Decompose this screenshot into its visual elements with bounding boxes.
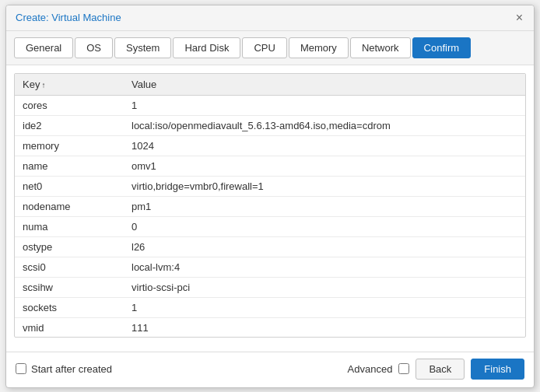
tab-memory[interactable]: Memory xyxy=(289,37,349,58)
close-button[interactable]: × xyxy=(514,12,524,24)
table-row: memory1024 xyxy=(15,135,525,156)
footer-right-actions: Advanced Back Finish xyxy=(348,359,524,380)
table-row: cores1 xyxy=(15,95,525,115)
confirm-table: Key↑ Value cores1ide2local:iso/openmedia… xyxy=(15,74,525,338)
cell-key: ostype xyxy=(15,236,124,257)
table-row: ide2local:iso/openmediavault_5.6.13-amd6… xyxy=(15,115,525,135)
table-row: scsi0local-lvm:4 xyxy=(15,257,525,277)
cell-value: virtio-scsi-pci xyxy=(124,277,525,297)
cell-value: local:iso/openmediavault_5.6.13-amd64.is… xyxy=(124,115,525,135)
cell-key: ide2 xyxy=(15,115,124,135)
start-after-container: Start after created xyxy=(16,363,112,375)
tab-content: Key↑ Value cores1ide2local:iso/openmedia… xyxy=(6,65,534,345)
cell-key: scsihw xyxy=(15,277,124,297)
confirm-table-container: Key↑ Value cores1ide2local:iso/openmedia… xyxy=(14,73,526,338)
advanced-label: Advanced xyxy=(348,363,393,375)
cell-value: pm1 xyxy=(124,196,525,216)
cell-value: local-lvm:4 xyxy=(124,257,525,277)
dialog-title: Create: Virtual Machine xyxy=(16,12,121,23)
table-row: numa0 xyxy=(15,216,525,236)
cell-value: 111 xyxy=(124,317,525,338)
dialog-footer: Start after created Advanced Back Finish xyxy=(6,352,534,387)
cell-key: memory xyxy=(15,135,124,156)
tab-system[interactable]: System xyxy=(114,37,171,58)
cell-value: 1 xyxy=(124,297,525,317)
table-row: nodenamepm1 xyxy=(15,196,525,216)
col-header-key[interactable]: Key↑ xyxy=(15,74,124,96)
tab-general[interactable]: General xyxy=(14,37,73,58)
table-row: sockets1 xyxy=(15,297,525,317)
cell-value: 1024 xyxy=(124,135,525,156)
start-after-checkbox[interactable] xyxy=(16,363,26,374)
cell-key: vmid xyxy=(15,317,124,338)
tab-bar: General OS System Hard Disk CPU Memory N… xyxy=(6,31,534,65)
tab-network[interactable]: Network xyxy=(350,37,411,58)
tab-os[interactable]: OS xyxy=(75,37,113,58)
cell-value: omv1 xyxy=(124,156,525,176)
sort-icon: ↑ xyxy=(41,81,45,89)
cell-value: virtio,bridge=vmbr0,firewall=1 xyxy=(124,176,525,196)
dialog-titlebar: Create: Virtual Machine × xyxy=(6,5,534,31)
table-row: nameomv1 xyxy=(15,156,525,176)
cell-key: scsi0 xyxy=(15,257,124,277)
back-button[interactable]: Back xyxy=(416,359,465,380)
cell-value: 1 xyxy=(124,95,525,115)
cell-key: sockets xyxy=(15,297,124,317)
start-after-label: Start after created xyxy=(31,363,112,375)
cell-key: name xyxy=(15,156,124,176)
cell-key: net0 xyxy=(15,176,124,196)
create-vm-dialog: Create: Virtual Machine × General OS Sys… xyxy=(5,5,535,388)
finish-button[interactable]: Finish xyxy=(471,359,524,380)
tab-harddisk[interactable]: Hard Disk xyxy=(173,37,240,58)
advanced-checkbox[interactable] xyxy=(398,363,409,374)
tab-cpu[interactable]: CPU xyxy=(242,37,286,58)
table-header-row: Key↑ Value xyxy=(15,74,525,96)
cell-key: nodename xyxy=(15,196,124,216)
cell-value: l26 xyxy=(124,236,525,257)
cell-key: cores xyxy=(15,95,124,115)
table-row: ostypel26 xyxy=(15,236,525,257)
table-row: vmid111 xyxy=(15,317,525,338)
col-header-value[interactable]: Value xyxy=(124,74,525,96)
cell-key: numa xyxy=(15,216,124,236)
table-row: net0virtio,bridge=vmbr0,firewall=1 xyxy=(15,176,525,196)
table-row: scsihwvirtio-scsi-pci xyxy=(15,277,525,297)
cell-value: 0 xyxy=(124,216,525,236)
tab-confirm[interactable]: Confirm xyxy=(412,37,472,58)
